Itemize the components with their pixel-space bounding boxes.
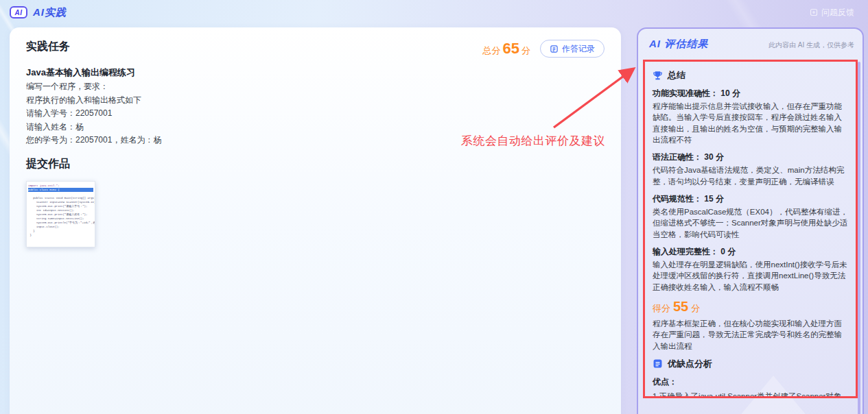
answer-records-button[interactable]: 作答记录 xyxy=(540,40,605,58)
total-score-unit: 分 xyxy=(521,45,530,57)
evaluation-title: AI 评估结果 xyxy=(649,38,708,51)
summary-section-heading: 总结 xyxy=(653,69,848,82)
list-icon xyxy=(653,358,663,369)
records-icon xyxy=(550,45,559,53)
total-score-value: 65 xyxy=(503,40,519,58)
task-description-line: 请输入姓名：杨 xyxy=(26,122,605,133)
task-subtitle: Java基本输入输出编程练习 xyxy=(26,66,605,79)
feedback-icon xyxy=(810,8,818,16)
total-score: 总分 65 分 xyxy=(483,40,530,58)
feedback-label: 问题反馈 xyxy=(821,7,854,19)
pros-cons-heading-label: 优缺点分析 xyxy=(668,358,712,370)
criterion-detail: 代码符合Java基础语法规范，类定义、main方法结构完整，语句均以分号结束，变… xyxy=(653,165,848,187)
criterion-score: 0 分 xyxy=(720,247,736,256)
ai-evaluation-panel: AI 评估结果 此内容由 AI 生成，仅供参考 总结 功能实现准确性： 10 分… xyxy=(637,27,864,414)
submitted-code-thumbnail[interactable]: import java.util.*; public class EX04 { … xyxy=(26,181,95,247)
criterion-name: 语法正确性： xyxy=(653,152,702,162)
criterion-detail: 程序能输出提示信息并尝试接收输入，但存在严重功能缺陷。当输入学号后直接按回车，程… xyxy=(653,101,848,145)
obtained-score-label: 得分 xyxy=(653,302,670,315)
criterion-label: 功能实现准确性： 10 分 xyxy=(653,88,848,99)
task-description-line: 编写一个程序，要求： xyxy=(26,82,605,93)
criterion-label: 代码规范性： 15 分 xyxy=(653,193,848,205)
criterion-name: 代码规范性： xyxy=(653,194,702,204)
submitted-work-title: 提交作品 xyxy=(26,157,605,171)
ai-disclaimer: 此内容由 AI 生成，仅供参考 xyxy=(769,38,854,50)
obtained-score: 得分 55 分 xyxy=(653,299,848,315)
pros-cons-section-heading: 优缺点分析 xyxy=(653,358,848,370)
pros-label: 优点： xyxy=(653,376,848,388)
task-panel-title: 实践任务 xyxy=(26,40,70,54)
criterion-score: 15 分 xyxy=(704,194,724,204)
criterion-name: 功能实现准确性： xyxy=(653,88,718,98)
task-panel: 实践任务 总分 65 分 作答记录 Java基本输入输出编程练习 编写一个程序，… xyxy=(10,27,621,414)
annotation-text: 系统会自动给出评价及建议 xyxy=(461,133,605,149)
criterion-label: 语法正确性： 30 分 xyxy=(653,151,848,163)
trophy-icon xyxy=(653,71,663,81)
criterion-detail: 输入处理存在明显逻辑缺陷，使用nextInt()接收学号后未处理缓冲区残留的换行… xyxy=(653,259,848,293)
criterion-score: 10 分 xyxy=(720,88,740,98)
criterion-name: 输入处理完整性： xyxy=(653,247,718,256)
total-score-label: 总分 xyxy=(483,45,501,57)
criterion-score: 30 分 xyxy=(704,152,724,162)
task-description-line: 请输入学号：22057001 xyxy=(26,108,605,119)
obtained-score-detail: 程序基本框架正确，但在核心功能实现和输入处理方面存在严重问题，导致无法正常完成学… xyxy=(653,318,848,352)
pros-detail: 1.正确导入了java.util.Scanner类并创建了Scanner对象用于… xyxy=(653,391,848,398)
app-logo-icon: AI xyxy=(10,6,27,19)
feedback-button[interactable]: 问题反馈 xyxy=(810,7,854,19)
code-body: public static void main(String[] args) {… xyxy=(28,192,93,237)
records-button-label: 作答记录 xyxy=(562,43,595,55)
task-description-line: 程序执行的输入和输出格式如下 xyxy=(26,95,605,106)
app-title: AI实践 xyxy=(33,6,67,19)
obtained-score-unit: 分 xyxy=(691,302,700,315)
evaluation-highlight-box: 总结 功能实现准确性： 10 分 程序能输出提示信息并尝试接收输入，但存在严重功… xyxy=(643,60,858,398)
criterion-detail: 类名使用PascalCase规范（EX04），代码整体有缩进，但缩进格式不够统一… xyxy=(653,206,848,240)
top-bar: AI AI实践 问题反馈 xyxy=(0,0,868,25)
obtained-score-value: 55 xyxy=(673,299,688,315)
criterion-label: 输入处理完整性： 0 分 xyxy=(653,246,848,258)
scrollbar-thumb[interactable] xyxy=(858,62,860,414)
summary-heading-label: 总结 xyxy=(668,69,685,82)
